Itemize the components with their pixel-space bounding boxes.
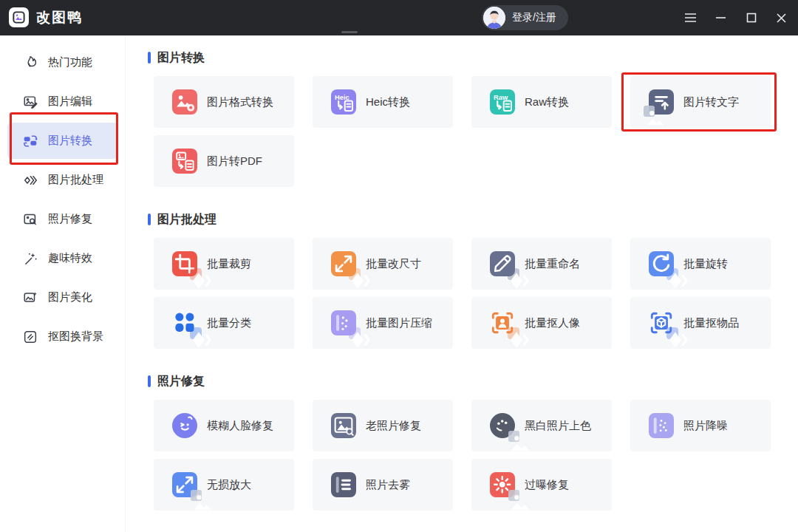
svg-text:Heic: Heic [335, 94, 349, 101]
convert-icon [22, 133, 38, 149]
menu-icon[interactable] [684, 12, 697, 24]
batch-badge-icon [349, 327, 361, 339]
avatar [483, 7, 505, 29]
feature-card-classify[interactable]: 批量分类 [154, 297, 294, 349]
feature-card-enlarge[interactable]: 无损放大 [154, 459, 294, 511]
sidebar: 热门功能 图片编辑 图片转换 图片批处理 照片修复 趣味特效 图片美化 抠图换背… [0, 35, 126, 532]
image-badge-icon [644, 106, 655, 117]
section-title: 照片修复 [148, 374, 798, 389]
colorize-icon [490, 413, 515, 438]
sidebar-item-label: 抠图换背景 [48, 330, 103, 344]
feature-card-denoise[interactable]: 照片降噪 [630, 400, 771, 451]
sidebar-item-image-beautify[interactable]: 图片美化 [0, 278, 125, 317]
doc-convert-icon: Raw [490, 89, 515, 115]
card-label: 照片去雾 [366, 478, 410, 492]
feature-card-doc-convert-raw[interactable]: Raw Raw转换 [471, 76, 612, 128]
titlebar: 改图鸭 登录/注册 [0, 0, 798, 35]
img-format-icon [172, 89, 197, 115]
crop-icon [172, 251, 197, 276]
card-label: 照片降噪 [683, 419, 728, 433]
sidebar-item-label: 图片编辑 [48, 95, 92, 109]
feature-card-rotate[interactable]: 批量旋转 [630, 238, 771, 290]
sidebar-item-photo-repair[interactable]: 照片修复 [0, 200, 125, 239]
feature-card-img2pdf[interactable]: 图片转PDF [154, 135, 294, 187]
window-controls [684, 0, 788, 35]
feature-card-colorize[interactable]: 黑白照片上色 [471, 400, 612, 451]
card-label: 批量抠物品 [683, 316, 739, 330]
sidebar-item-label: 图片美化 [48, 290, 92, 304]
batch-badge-icon [508, 268, 519, 280]
defog-icon [331, 472, 356, 497]
card-label: 模糊人脸修复 [207, 419, 273, 433]
close-icon[interactable] [775, 12, 788, 24]
feature-card-old-photo[interactable]: 老照片修复 [313, 400, 453, 451]
card-label: 批量抠人像 [525, 316, 580, 330]
section-accent-bar [148, 375, 151, 387]
face-restore-icon [172, 413, 197, 438]
feature-card-overexposure[interactable]: 过曝修复 [471, 459, 612, 511]
titlebar-dash [341, 31, 358, 33]
app-logo-icon [9, 7, 29, 27]
maximize-icon[interactable] [745, 12, 757, 24]
feature-card-cutout-person[interactable]: 批量抠人像 [471, 297, 612, 349]
feature-card-resize[interactable]: 批量改尺寸 [313, 238, 453, 290]
sidebar-item-label: 热门功能 [48, 55, 92, 69]
img2text-icon [649, 89, 674, 115]
feature-card-compress[interactable]: 批量图片压缩 [313, 297, 453, 349]
card-label: 老照片修复 [366, 419, 421, 433]
section-accent-bar [148, 52, 151, 64]
batch-badge-icon [190, 268, 202, 280]
card-grid: 图片格式转换 Heic Heic转换 Raw Raw转换 图片转文字 图片转PD… [154, 76, 798, 187]
feature-card-cutout-object[interactable]: 批量抠物品 [630, 297, 771, 349]
card-label: Heic转换 [366, 95, 410, 109]
section-title-text: 照片修复 [157, 374, 205, 389]
feature-card-rename[interactable]: 批量重命名 [471, 238, 612, 290]
old-photo-icon [331, 413, 356, 438]
image-badge-icon [508, 490, 519, 501]
sidebar-item-image-edit[interactable]: 图片编辑 [0, 82, 125, 121]
feature-card-doc-convert-heic[interactable]: Heic Heic转换 [313, 76, 453, 128]
sidebar-item-flame[interactable]: 热门功能 [0, 43, 125, 82]
card-label: 图片转PDF [207, 154, 262, 168]
card-label: 黑白照片上色 [525, 419, 591, 433]
card-label: 批量重命名 [525, 257, 580, 271]
feature-card-face-restore[interactable]: 模糊人脸修复 [154, 400, 294, 451]
image-badge-icon [508, 431, 519, 442]
card-label: 批量改尺寸 [366, 257, 421, 271]
image-beautify-icon [22, 290, 38, 306]
cutout-object-icon [649, 310, 674, 335]
sidebar-item-label: 图片批处理 [48, 173, 103, 187]
minimize-icon[interactable] [715, 12, 727, 24]
overexposure-icon [490, 472, 515, 497]
image-edit-icon [22, 94, 38, 110]
sidebar-item-label: 趣味特效 [48, 251, 92, 265]
flame-icon [22, 55, 38, 71]
sidebar-item-batch[interactable]: 图片批处理 [0, 160, 125, 200]
compress-icon [331, 310, 356, 335]
section-title: 图片转换 [148, 50, 798, 65]
sidebar-item-convert[interactable]: 图片转换 [0, 121, 125, 160]
section-title-text: 图片转换 [157, 50, 205, 66]
cutout-person-icon [490, 310, 515, 335]
card-grid: 批量裁剪 批量改尺寸 批量重命名 批量旋转 批量分类 批量图片压缩 批量抠人像 [154, 238, 798, 349]
main-content: 图片转换 图片格式转换 Heic Heic转换 Raw Raw转换 图片转文字 … [126, 35, 798, 532]
feature-card-defog[interactable]: 照片去雾 [313, 459, 453, 511]
matting-icon [22, 329, 38, 345]
card-label: 图片格式转换 [207, 95, 273, 109]
feature-card-crop[interactable]: 批量裁剪 [154, 238, 294, 290]
login-button[interactable]: 登录/注册 [482, 5, 568, 30]
login-label: 登录/注册 [512, 11, 556, 24]
batch-badge-icon [508, 327, 519, 339]
img2pdf-icon [172, 149, 197, 174]
resize-icon [331, 251, 356, 276]
feature-card-img2text[interactable]: 图片转文字 [630, 76, 771, 128]
sidebar-item-label: 照片修复 [48, 212, 92, 226]
sidebar-item-matting[interactable]: 抠图换背景 [0, 317, 125, 356]
sidebar-item-label: 图片转换 [48, 134, 92, 148]
feature-card-img-format[interactable]: 图片格式转换 [154, 76, 294, 128]
batch-icon [22, 172, 38, 188]
sidebar-item-magic-wand[interactable]: 趣味特效 [0, 239, 125, 278]
card-label: Raw转换 [525, 95, 569, 109]
rotate-icon [649, 251, 674, 276]
card-label: 图片转文字 [683, 95, 739, 109]
